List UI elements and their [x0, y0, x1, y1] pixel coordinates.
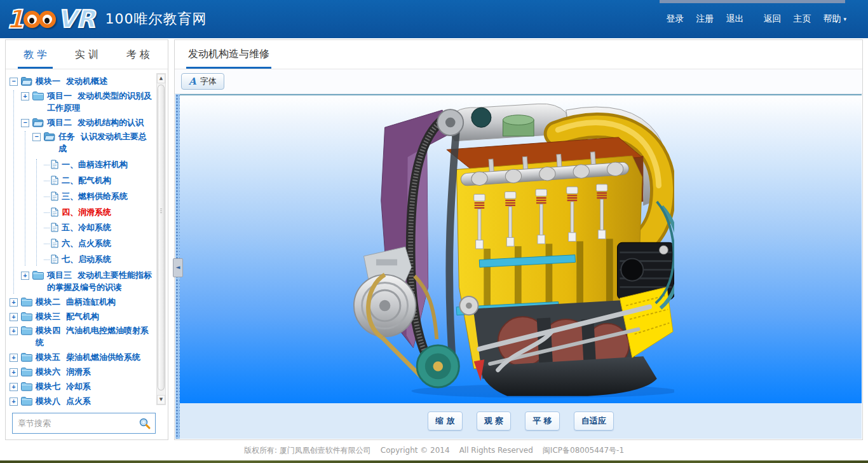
site-header: 1 VR 100唯尔教育网 登录注册退出返回主页帮助▾	[0, 0, 868, 38]
header-link-home[interactable]: 主页	[793, 13, 811, 25]
tree-item-folder[interactable]: +项目一 发动机类型的识别及工作原理	[21, 90, 154, 114]
scrollbar-thumb[interactable]	[158, 85, 165, 390]
tree-expand-icon[interactable]: +	[10, 354, 18, 362]
tree-item-label: 项目三 发动机主要性能指标的掌握及编号的识读	[47, 270, 154, 294]
folder-icon	[20, 382, 32, 391]
folder-icon	[20, 352, 32, 362]
search-icon[interactable]	[139, 417, 151, 429]
tree-expand-icon[interactable]: +	[10, 397, 18, 406]
tree-expand-icon[interactable]: +	[21, 92, 29, 100]
tree-item-doc[interactable]: 一、曲柄连杆机构	[44, 159, 154, 171]
tree-children: +项目一 发动机类型的识别及工作原理−项目二 发动机结构的认识−任务 认识发动机…	[13, 90, 154, 294]
logo-text-1: 1	[6, 4, 24, 34]
tree-collapse-icon[interactable]: −	[21, 119, 29, 127]
site-title: 100唯尔教育网	[105, 10, 207, 29]
tree-connector	[44, 244, 50, 244]
collapse-arrow-icon[interactable]: ◄	[173, 258, 183, 277]
tree-item-label: 模块一 发动机概述	[36, 76, 107, 88]
scrollbar-grip	[160, 207, 162, 214]
tree-expand-icon[interactable]: +	[10, 298, 18, 307]
font-icon: A	[189, 76, 196, 87]
tree-item-label: 任务 认识发动机主要总成	[58, 131, 154, 155]
chapter-search-box	[12, 413, 156, 434]
tree-item-label: 六、点火系统	[62, 238, 111, 250]
tree-item-label: 模块五 柴油机燃油供给系统	[36, 352, 140, 364]
bottom-strip	[0, 460, 868, 463]
sidebar-tabs: 教 学实 训考 核	[6, 40, 168, 69]
copyright-en: Copyright © 2014	[381, 446, 450, 455]
tree-item-label: 三、燃料供给系统	[62, 191, 128, 203]
tree-expand-icon[interactable]: +	[21, 272, 29, 280]
tree-item-folder[interactable]: +模块七 冷却系	[10, 381, 154, 393]
engine-3d-model[interactable]	[353, 99, 674, 401]
tree-item-label: 模块四 汽油机电控燃油喷射系统	[36, 325, 154, 349]
tree-item-label: 七、启动系统	[62, 254, 111, 266]
document-icon	[51, 207, 58, 217]
site-logo[interactable]: 1 VR	[6, 4, 95, 34]
content-tab-bar: 发动机构造与维修	[175, 40, 862, 69]
tree-item-folder[interactable]: +模块三 配气机构	[10, 311, 154, 323]
tree-item-folder[interactable]: +模块五 柴油机燃油供给系统	[10, 352, 154, 364]
tree-expand-icon[interactable]: +	[10, 327, 18, 335]
page-footer: 版权所有: 厦门凤凰创壹软件有限公司 Copyright © 2014 All …	[0, 440, 868, 460]
viewer-splitter[interactable]: ◄	[175, 94, 180, 439]
chapter-tree: −模块一 发动机概述+项目一 发动机类型的识别及工作原理−项目二 发动机结构的认…	[10, 73, 154, 409]
sidebar-tab-teaching[interactable]: 教 学	[10, 40, 61, 69]
viewer-button-fit[interactable]: 自适应	[574, 411, 614, 431]
header-link-register[interactable]: 注册	[696, 13, 714, 25]
tree-scrollbar[interactable]: ▲ ▼	[156, 73, 166, 405]
viewer-button-observe[interactable]: 观 察	[477, 411, 512, 431]
3d-viewer[interactable]	[180, 94, 862, 403]
tree-item-folder[interactable]: +项目三 发动机主要性能指标的掌握及编号的识读	[21, 270, 154, 294]
tree-expand-icon[interactable]: +	[10, 313, 18, 321]
viewer-button-pan[interactable]: 平 移	[525, 411, 560, 431]
icp-number: 闽ICP备08005447号-1	[543, 445, 624, 456]
header-link-help[interactable]: 帮助▾	[823, 13, 846, 25]
tree-item-folder[interactable]: −任务 认识发动机主要总成	[32, 131, 154, 155]
folder-icon	[20, 367, 32, 377]
document-icon	[51, 254, 58, 264]
tree-item-folder[interactable]: +模块六 润滑系	[10, 366, 154, 378]
tree-item-label: 二、配气机构	[62, 175, 111, 187]
tree-item-doc[interactable]: 七、启动系统	[44, 254, 154, 266]
page: 1 VR 100唯尔教育网 登录注册退出返回主页帮助▾ 教 学实 训考 核 −模…	[0, 0, 868, 463]
font-button[interactable]: A 字体	[181, 73, 224, 90]
header-nav: 登录注册退出返回主页帮助▾	[666, 13, 846, 25]
tree-connector	[44, 165, 50, 165]
font-button-label: 字体	[200, 76, 217, 87]
scrollbar-up-icon[interactable]: ▲	[157, 74, 165, 83]
tree-item-folder[interactable]: −模块一 发动机概述	[10, 76, 154, 88]
tree-item-folder[interactable]: +模块四 汽油机电控燃油喷射系统	[10, 325, 154, 349]
document-icon	[51, 160, 58, 169]
tree-item-label: 一、曲柄连杆机构	[62, 159, 128, 171]
tree-item-label: 五、冷却系统	[62, 222, 111, 234]
scrollbar-down-icon[interactable]: ▼	[157, 395, 165, 404]
search-input[interactable]	[13, 418, 139, 428]
tab-course-title[interactable]: 发动机构造与维修	[186, 40, 271, 69]
copyright-cn: 版权所有: 厦门凤凰创壹软件有限公司	[244, 445, 371, 456]
tree-item-folder[interactable]: −项目二 发动机结构的认识	[21, 117, 154, 129]
tree-item-doc[interactable]: 二、配气机构	[44, 175, 154, 187]
tree-item-label: 模块六 润滑系	[36, 366, 91, 378]
course-sidebar: 教 学实 训考 核 −模块一 发动机概述+项目一 发动机类型的识别及工作原理−项…	[5, 39, 168, 440]
viewer-button-zoom[interactable]: 缩 放	[428, 411, 463, 431]
tree-children: 一、曲柄连杆机构二、配气机构三、燃料供给系统四、润滑系统五、冷却系统六、点火系统…	[36, 159, 154, 266]
tree-item-doc[interactable]: 六、点火系统	[44, 238, 154, 250]
tree-item-folder[interactable]: +模块八 点火系	[10, 396, 154, 408]
header-link-login[interactable]: 登录	[666, 13, 684, 25]
tree-expand-icon[interactable]: +	[10, 368, 18, 377]
tree-item-doc[interactable]: 四、润滑系统	[44, 207, 154, 219]
viewer-controls: 缩 放观 察平 移自适应	[180, 403, 862, 439]
tree-item-doc[interactable]: 三、燃料供给系统	[44, 191, 154, 203]
tree-item-doc[interactable]: 五、冷却系统	[44, 222, 154, 234]
sidebar-tab-training[interactable]: 实 训	[61, 40, 112, 69]
header-link-logout[interactable]: 退出	[726, 13, 743, 25]
tree-expand-icon[interactable]: +	[10, 383, 18, 391]
header-link-back[interactable]: 返回	[763, 13, 781, 25]
tree-collapse-icon[interactable]: −	[10, 78, 18, 86]
sidebar-tab-assessment[interactable]: 考 核	[112, 40, 164, 69]
tree-item-folder[interactable]: +模块二 曲柄连缸机构	[10, 296, 154, 308]
tree-collapse-icon[interactable]: −	[32, 133, 41, 141]
folder-icon	[32, 91, 44, 100]
folder-icon	[43, 132, 55, 141]
